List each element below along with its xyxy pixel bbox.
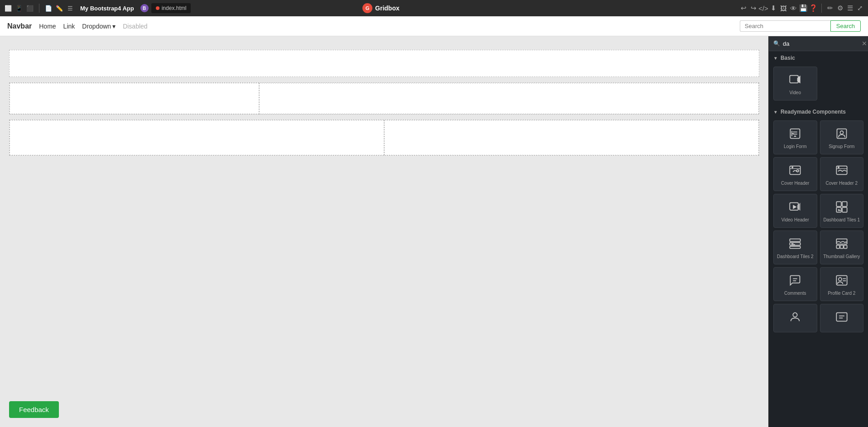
- canvas-col-right-2[interactable]: [384, 120, 759, 155]
- component-video-header[interactable]: Video Header: [773, 194, 817, 228]
- component-extra-1[interactable]: [773, 304, 817, 332]
- dashboard-tiles-2-label: Dashboard Tiles 2: [777, 254, 814, 259]
- gridbox-label: Gridbox: [375, 5, 400, 12]
- component-dashboard-tiles-1[interactable]: Dashboard Tiles 1: [820, 194, 864, 228]
- file-tab[interactable]: index.html: [151, 3, 191, 13]
- menu-icon[interactable]: ☰: [846, 5, 854, 12]
- comments-label: Comments: [784, 291, 806, 296]
- dashboard-tiles-1-icon: [834, 199, 850, 215]
- separator-2: [821, 4, 822, 13]
- undo-icon[interactable]: ↩: [740, 5, 747, 12]
- component-video[interactable]: Video: [773, 67, 817, 101]
- canvas-col-left[interactable]: [10, 83, 259, 115]
- comments-icon: [787, 272, 803, 288]
- panel-search-bar: 🔍 ✕: [769, 36, 868, 51]
- component-profile-card-2[interactable]: Profile Card 2: [820, 267, 864, 301]
- tablet-icon[interactable]: ⬛: [26, 5, 34, 12]
- feedback-button[interactable]: Feedback: [9, 401, 59, 418]
- basic-components-grid: Video: [769, 64, 868, 105]
- panel-search-clear-icon[interactable]: ✕: [862, 40, 867, 47]
- navbar-search-button[interactable]: Search: [830, 20, 861, 32]
- svg-marker-13: [797, 203, 800, 211]
- section-basic-header[interactable]: ▼ Basic: [769, 51, 868, 64]
- nav-dropdown-label: Dropdown: [82, 23, 111, 30]
- monitor-icon[interactable]: ⬜: [5, 5, 12, 12]
- download-icon[interactable]: ⬇: [770, 5, 777, 12]
- profile-card-2-label: Profile Card 2: [828, 291, 855, 296]
- svg-rect-18: [842, 207, 847, 212]
- component-signup-form[interactable]: Signup Form: [820, 120, 864, 154]
- video-icon: [787, 72, 803, 88]
- mobile-icon[interactable]: 📱: [15, 5, 23, 12]
- section-basic-arrow: ▼: [773, 56, 778, 61]
- navbar-search-input[interactable]: [740, 20, 830, 32]
- login-form-icon: [787, 125, 803, 142]
- nav-dropdown[interactable]: Dropdown ▾: [82, 23, 116, 30]
- canvas-col-left-2[interactable]: [10, 120, 384, 155]
- svg-rect-28: [840, 245, 843, 249]
- canvas-block-3[interactable]: [9, 120, 759, 156]
- navbar-search: Search: [740, 20, 861, 32]
- code-icon[interactable]: </>: [760, 5, 767, 12]
- separator-1: [39, 4, 39, 13]
- app-title: My Bootstrap4 App: [80, 5, 134, 12]
- svg-point-36: [793, 313, 797, 317]
- panel-search-input[interactable]: [783, 40, 859, 47]
- component-dashboard-tiles-2[interactable]: Dashboard Tiles 2: [773, 230, 817, 264]
- navbar-brand: Navbar: [7, 22, 32, 30]
- component-login-form[interactable]: Login Form: [773, 120, 817, 154]
- redo-icon[interactable]: ↪: [750, 5, 757, 12]
- component-comments[interactable]: Comments: [773, 267, 817, 301]
- resize-icon[interactable]: ⤢: [856, 5, 863, 12]
- pencil-icon[interactable]: ✏️: [56, 5, 63, 12]
- file-icon[interactable]: 📄: [45, 5, 52, 12]
- video-header-label: Video Header: [781, 217, 809, 223]
- canvas-col-right[interactable]: [259, 83, 759, 115]
- eye-icon[interactable]: 👁: [790, 5, 797, 12]
- readymade-components-grid: Login Form Signup Form: [769, 118, 868, 337]
- section-basic-label: Basic: [781, 55, 795, 61]
- cover-header-2-icon: [834, 162, 850, 178]
- main-layout: 🔍 ✕ ▼ Basic Video ▼ Ready: [0, 36, 868, 427]
- gear-icon[interactable]: ⚙: [836, 5, 844, 12]
- canvas-block-1[interactable]: [9, 50, 759, 77]
- edit-icon[interactable]: ✏: [826, 5, 834, 12]
- signup-form-icon: [834, 125, 850, 142]
- canvas-block-2[interactable]: [9, 82, 759, 114]
- canvas-area[interactable]: [0, 36, 768, 427]
- toolbar-right-icons: ↩ ↪ </> ⬇ 🖼 👁 💾 ❓ ✏ ⚙ ☰ ⤢: [740, 4, 863, 13]
- save-icon[interactable]: 💾: [800, 5, 807, 12]
- svg-point-8: [792, 167, 793, 168]
- cover-header-label: Cover Header: [781, 181, 809, 186]
- gridbox-icon: G: [362, 3, 372, 13]
- section-readymade-label: Readymade Components: [781, 109, 846, 115]
- list-icon[interactable]: ☰: [67, 5, 74, 12]
- image-icon[interactable]: 🖼: [780, 5, 787, 12]
- svg-rect-0: [790, 76, 799, 83]
- nav-link[interactable]: Link: [63, 23, 75, 30]
- video-label: Video: [790, 90, 801, 96]
- file-dot: [156, 6, 159, 10]
- svg-point-11: [838, 167, 839, 168]
- thumbnail-gallery-label: Thumbnail Gallery: [823, 254, 860, 259]
- help-icon[interactable]: ❓: [810, 5, 817, 12]
- component-cover-header-2[interactable]: Cover Header 2: [820, 157, 864, 191]
- navbar-preview: Navbar Home Link Dropdown ▾ Disabled Sea…: [0, 16, 868, 36]
- dashboard-tiles-1-label: Dashboard Tiles 1: [823, 217, 860, 223]
- svg-rect-27: [836, 245, 839, 249]
- svg-rect-29: [844, 245, 847, 249]
- gridbox-logo: G Gridbox: [362, 3, 400, 13]
- toolbar-left-icons: ⬜ 📱 ⬛ 📄 ✏️ ☰: [5, 4, 74, 13]
- component-cover-header[interactable]: Cover Header: [773, 157, 817, 191]
- right-panel: 🔍 ✕ ▼ Basic Video ▼ Ready: [768, 36, 868, 427]
- login-form-label: Login Form: [784, 144, 807, 149]
- svg-point-33: [839, 278, 842, 281]
- section-readymade-header[interactable]: ▼ Readymade Components: [769, 105, 868, 118]
- nav-disabled: Disabled: [123, 23, 147, 30]
- svg-marker-1: [797, 76, 800, 84]
- component-extra-2[interactable]: [820, 304, 864, 332]
- dashboard-tiles-2-icon: [787, 235, 803, 252]
- panel-search-icon: 🔍: [773, 40, 780, 47]
- component-thumbnail-gallery[interactable]: Thumbnail Gallery: [820, 230, 864, 264]
- nav-home[interactable]: Home: [39, 23, 56, 30]
